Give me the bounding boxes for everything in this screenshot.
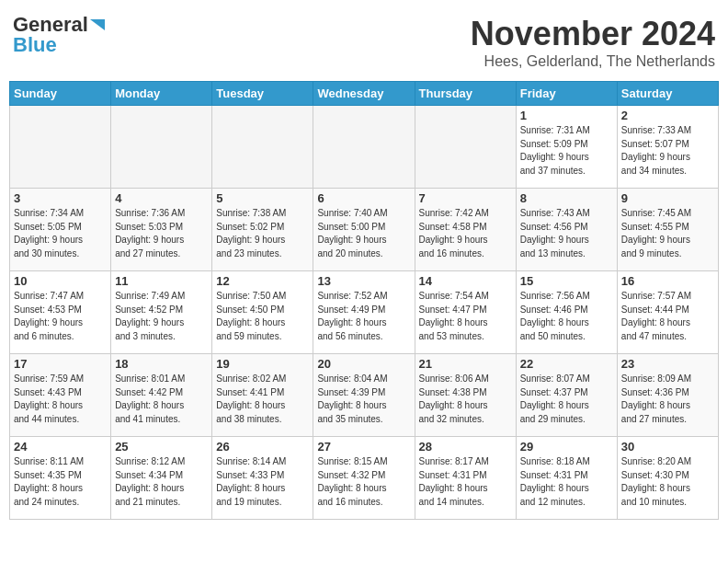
calendar-cell: 19Sunrise: 8:02 AM Sunset: 4:41 PM Dayli… (212, 354, 313, 437)
day-number: 30 (621, 440, 714, 454)
day-number: 3 (14, 191, 107, 205)
title-area: November 2024 Hees, Gelderland, The Neth… (471, 15, 715, 70)
calendar-cell: 4Sunrise: 7:36 AM Sunset: 5:03 PM Daylig… (111, 189, 212, 271)
logo-blue-text: Blue (13, 35, 57, 55)
calendar-cell: 14Sunrise: 7:54 AM Sunset: 4:47 PM Dayli… (415, 271, 516, 354)
calendar-cell (111, 106, 212, 189)
calendar-cell: 16Sunrise: 7:57 AM Sunset: 4:44 PM Dayli… (617, 271, 718, 354)
day-info: Sunrise: 7:45 AM Sunset: 4:55 PM Dayligh… (621, 207, 714, 260)
calendar-table: SundayMondayTuesdayWednesdayThursdayFrid… (9, 81, 719, 520)
day-info: Sunrise: 8:02 AM Sunset: 4:41 PM Dayligh… (216, 373, 309, 426)
calendar-cell: 21Sunrise: 8:06 AM Sunset: 4:38 PM Dayli… (415, 354, 516, 437)
day-number: 23 (621, 357, 714, 371)
day-number: 14 (419, 274, 512, 288)
day-info: Sunrise: 8:20 AM Sunset: 4:30 PM Dayligh… (621, 455, 714, 509)
calendar-cell: 5Sunrise: 7:38 AM Sunset: 5:02 PM Daylig… (212, 189, 313, 271)
calendar-cell (10, 106, 111, 189)
calendar-cell: 26Sunrise: 8:14 AM Sunset: 4:33 PM Dayli… (212, 437, 313, 520)
calendar-cell: 15Sunrise: 7:56 AM Sunset: 4:46 PM Dayli… (516, 271, 617, 354)
location-title: Hees, Gelderland, The Netherlands (471, 53, 715, 70)
day-number: 4 (115, 191, 208, 205)
calendar-cell: 9Sunrise: 7:45 AM Sunset: 4:55 PM Daylig… (617, 189, 718, 271)
day-info: Sunrise: 7:54 AM Sunset: 4:47 PM Dayligh… (419, 290, 512, 343)
header: General Blue November 2024 Hees, Gelderl… (9, 9, 719, 75)
weekday-header-wednesday: Wednesday (313, 82, 415, 106)
day-info: Sunrise: 7:34 AM Sunset: 5:05 PM Dayligh… (14, 207, 107, 260)
weekday-header-monday: Monday (111, 82, 212, 106)
calendar-cell (313, 106, 415, 189)
calendar-cell (212, 106, 313, 189)
calendar-cell: 13Sunrise: 7:52 AM Sunset: 4:49 PM Dayli… (313, 271, 415, 354)
day-number: 8 (520, 191, 613, 205)
weekday-header-saturday: Saturday (617, 82, 718, 106)
week-row-4: 17Sunrise: 7:59 AM Sunset: 4:43 PM Dayli… (10, 354, 719, 437)
day-number: 20 (317, 357, 410, 371)
day-number: 10 (14, 274, 107, 288)
day-info: Sunrise: 7:52 AM Sunset: 4:49 PM Dayligh… (317, 290, 410, 343)
calendar-cell: 25Sunrise: 8:12 AM Sunset: 4:34 PM Dayli… (111, 437, 212, 520)
day-info: Sunrise: 7:57 AM Sunset: 4:44 PM Dayligh… (621, 290, 714, 343)
month-title: November 2024 (471, 15, 715, 53)
calendar-cell: 22Sunrise: 8:07 AM Sunset: 4:37 PM Dayli… (516, 354, 617, 437)
day-number: 21 (419, 357, 512, 371)
calendar-cell: 27Sunrise: 8:15 AM Sunset: 4:32 PM Dayli… (313, 437, 415, 520)
calendar-cell: 23Sunrise: 8:09 AM Sunset: 4:36 PM Dayli… (617, 354, 718, 437)
day-info: Sunrise: 8:04 AM Sunset: 4:39 PM Dayligh… (317, 373, 410, 426)
calendar-cell: 7Sunrise: 7:42 AM Sunset: 4:58 PM Daylig… (415, 189, 516, 271)
calendar-cell: 18Sunrise: 8:01 AM Sunset: 4:42 PM Dayli… (111, 354, 212, 437)
day-number: 5 (216, 191, 309, 205)
day-info: Sunrise: 7:38 AM Sunset: 5:02 PM Dayligh… (216, 207, 309, 260)
day-number: 18 (115, 357, 208, 371)
day-number: 25 (115, 440, 208, 454)
svg-marker-0 (90, 19, 105, 30)
day-info: Sunrise: 7:59 AM Sunset: 4:43 PM Dayligh… (14, 373, 107, 426)
day-info: Sunrise: 8:14 AM Sunset: 4:33 PM Dayligh… (216, 455, 309, 509)
calendar-cell: 12Sunrise: 7:50 AM Sunset: 4:50 PM Dayli… (212, 271, 313, 354)
calendar-cell (415, 106, 516, 189)
calendar-cell: 6Sunrise: 7:40 AM Sunset: 5:00 PM Daylig… (313, 189, 415, 271)
day-number: 12 (216, 274, 309, 288)
day-number: 13 (317, 274, 410, 288)
day-info: Sunrise: 7:42 AM Sunset: 4:58 PM Dayligh… (419, 207, 512, 260)
logo-icon (88, 16, 107, 34)
logo-general-text: General (13, 15, 88, 35)
calendar-cell: 11Sunrise: 7:49 AM Sunset: 4:52 PM Dayli… (111, 271, 212, 354)
day-number: 1 (520, 109, 613, 122)
weekday-header-thursday: Thursday (415, 82, 516, 106)
day-info: Sunrise: 8:06 AM Sunset: 4:38 PM Dayligh… (419, 373, 512, 426)
day-info: Sunrise: 7:50 AM Sunset: 4:50 PM Dayligh… (216, 290, 309, 343)
week-row-1: 1Sunrise: 7:31 AM Sunset: 5:09 PM Daylig… (10, 106, 719, 189)
calendar-cell: 10Sunrise: 7:47 AM Sunset: 4:53 PM Dayli… (10, 271, 111, 354)
day-info: Sunrise: 7:31 AM Sunset: 5:09 PM Dayligh… (520, 124, 613, 178)
day-info: Sunrise: 7:49 AM Sunset: 4:52 PM Dayligh… (115, 290, 208, 343)
calendar-cell: 8Sunrise: 7:43 AM Sunset: 4:56 PM Daylig… (516, 189, 617, 271)
calendar-cell: 2Sunrise: 7:33 AM Sunset: 5:07 PM Daylig… (617, 106, 718, 189)
day-number: 27 (317, 440, 410, 454)
weekday-header-friday: Friday (516, 82, 617, 106)
day-number: 16 (621, 274, 714, 288)
weekday-header-tuesday: Tuesday (212, 82, 313, 106)
day-info: Sunrise: 7:40 AM Sunset: 5:00 PM Dayligh… (317, 207, 410, 260)
day-number: 28 (419, 440, 512, 454)
day-info: Sunrise: 7:33 AM Sunset: 5:07 PM Dayligh… (621, 124, 714, 178)
day-info: Sunrise: 8:17 AM Sunset: 4:31 PM Dayligh… (419, 455, 512, 509)
day-info: Sunrise: 8:15 AM Sunset: 4:32 PM Dayligh… (317, 455, 410, 509)
day-number: 29 (520, 440, 613, 454)
day-number: 19 (216, 357, 309, 371)
day-number: 11 (115, 274, 208, 288)
day-number: 26 (216, 440, 309, 454)
week-row-5: 24Sunrise: 8:11 AM Sunset: 4:35 PM Dayli… (10, 437, 719, 520)
calendar-cell: 1Sunrise: 7:31 AM Sunset: 5:09 PM Daylig… (516, 106, 617, 189)
weekday-header-row: SundayMondayTuesdayWednesdayThursdayFrid… (10, 82, 719, 106)
day-info: Sunrise: 7:36 AM Sunset: 5:03 PM Dayligh… (115, 207, 208, 260)
day-info: Sunrise: 8:11 AM Sunset: 4:35 PM Dayligh… (14, 455, 107, 509)
day-number: 6 (317, 191, 410, 205)
week-row-2: 3Sunrise: 7:34 AM Sunset: 5:05 PM Daylig… (10, 189, 719, 271)
day-number: 7 (419, 191, 512, 205)
day-info: Sunrise: 8:01 AM Sunset: 4:42 PM Dayligh… (115, 373, 208, 426)
day-info: Sunrise: 8:09 AM Sunset: 4:36 PM Dayligh… (621, 373, 714, 426)
week-row-3: 10Sunrise: 7:47 AM Sunset: 4:53 PM Dayli… (10, 271, 719, 354)
day-number: 2 (621, 109, 714, 122)
calendar-cell: 3Sunrise: 7:34 AM Sunset: 5:05 PM Daylig… (10, 189, 111, 271)
calendar-cell: 20Sunrise: 8:04 AM Sunset: 4:39 PM Dayli… (313, 354, 415, 437)
